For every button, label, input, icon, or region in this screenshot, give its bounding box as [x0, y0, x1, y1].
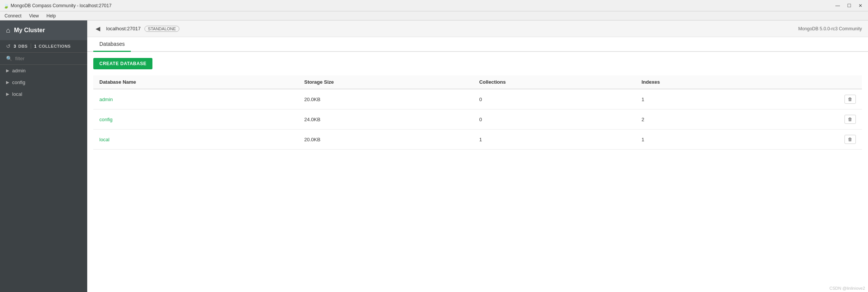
cluster-name: My Cluster: [14, 27, 45, 34]
main-content: ◀ localhost:27017 STANDALONE MongoDB 5.0…: [87, 20, 868, 292]
title-bar: 🍃 MongoDB Compass Community - localhost:…: [0, 0, 868, 11]
db-name-link[interactable]: local: [99, 137, 110, 142]
sidebar-db-name: config: [12, 80, 81, 85]
table-header-row: Database Name Storage Size Collections I…: [93, 75, 862, 89]
sidebar: ⌂ My Cluster ↺ 3 DBS 1 COLLECTIONS 🔍 ▶: [0, 20, 87, 292]
maximize-button[interactable]: ☐: [844, 2, 854, 9]
storage-size-cell: 20.0KB: [298, 130, 473, 150]
db-name-cell: admin: [93, 89, 298, 109]
storage-size-cell: 24.0KB: [298, 109, 473, 130]
collections-label: COLLECTIONS: [39, 44, 71, 48]
delete-db-row-button[interactable]: 🗑: [844, 115, 856, 124]
app-body: ⌂ My Cluster ↺ 3 DBS 1 COLLECTIONS 🔍 ▶: [0, 20, 868, 292]
table-row: admin 20.0KB 0 1 🗑: [93, 89, 862, 109]
tabs-area: Databases: [87, 37, 868, 52]
db-name-cell: config: [93, 109, 298, 130]
top-bar: ◀ localhost:27017 STANDALONE MongoDB 5.0…: [87, 20, 868, 37]
col-db-name: Database Name: [93, 75, 298, 89]
sidebar-item-local[interactable]: ▶ local ⊕ 🗑: [0, 88, 87, 100]
collections-stat: 1 COLLECTIONS: [34, 44, 71, 48]
sidebar-cluster-header: ⌂ My Cluster: [0, 20, 87, 40]
table-row: config 24.0KB 0 2 🗑: [93, 109, 862, 130]
sidebar-item-config[interactable]: ▶ config ⊕ 🗑: [0, 77, 87, 88]
table-row: local 20.0KB 1 1 🗑: [93, 130, 862, 150]
tab-databases[interactable]: Databases: [93, 37, 131, 52]
window-title: MongoDB Compass Community - localhost:27…: [11, 3, 111, 8]
databases-table: Database Name Storage Size Collections I…: [93, 75, 862, 150]
create-database-button[interactable]: CREATE DATABASE: [93, 58, 152, 69]
col-collections: Collections: [473, 75, 636, 89]
chevron-icon: ▶: [6, 92, 9, 97]
collections-count: 1: [34, 44, 37, 48]
actions-cell: 🗑: [763, 130, 862, 150]
chevron-icon: ▶: [6, 68, 9, 73]
actions-cell: 🗑: [763, 89, 862, 109]
database-content: CREATE DATABASE Database Name Storage Si…: [87, 52, 868, 292]
topology-badge: STANDALONE: [144, 26, 179, 32]
app-icon: 🍃: [3, 3, 8, 8]
window-controls: — ☐ ✕: [833, 2, 865, 9]
actions-cell: 🗑: [763, 109, 862, 130]
host-label: localhost:27017: [106, 26, 141, 31]
indexes-cell: 1: [636, 89, 763, 109]
sidebar-stats: ↺ 3 DBS 1 COLLECTIONS: [0, 40, 87, 53]
col-actions: [763, 75, 862, 89]
delete-db-row-button[interactable]: 🗑: [844, 95, 856, 104]
sidebar-db-name: admin: [12, 68, 81, 73]
db-name-link[interactable]: config: [99, 117, 113, 122]
col-indexes: Indexes: [636, 75, 763, 89]
indexes-cell: 2: [636, 109, 763, 130]
menu-help[interactable]: Help: [44, 12, 59, 19]
db-name-cell: local: [93, 130, 298, 150]
version-label: MongoDB 5.0.0-rc3 Community: [798, 26, 862, 31]
search-icon: 🔍: [6, 56, 12, 61]
watermark: CSDN @linliniove2: [829, 286, 865, 290]
sidebar-db-name: local: [12, 91, 81, 97]
minimize-button[interactable]: —: [833, 2, 842, 9]
sidebar-toggle-button[interactable]: ◀: [93, 24, 102, 33]
stats-divider: [31, 44, 31, 49]
top-bar-left: ◀ localhost:27017 STANDALONE: [93, 24, 179, 33]
col-storage-size: Storage Size: [298, 75, 473, 89]
dbs-label: DBS: [18, 44, 28, 48]
collections-cell: 0: [473, 109, 636, 130]
chevron-icon: ▶: [6, 80, 9, 85]
indexes-cell: 1: [636, 130, 763, 150]
sidebar-db-list: ▶ admin ⊕ 🗑 ▶ config ⊕ 🗑 ▶ local ⊕: [0, 65, 87, 292]
sidebar-filter-row: 🔍: [0, 53, 87, 65]
dbs-stat: 3 DBS: [14, 44, 28, 48]
db-name-link[interactable]: admin: [99, 97, 113, 102]
collections-cell: 1: [473, 130, 636, 150]
close-button[interactable]: ✕: [856, 2, 865, 9]
sidebar-item-admin[interactable]: ▶ admin ⊕ 🗑: [0, 65, 87, 77]
storage-size-cell: 20.0KB: [298, 89, 473, 109]
dbs-count: 3: [14, 44, 16, 48]
menu-bar: Connect View Help: [0, 11, 868, 20]
home-icon: ⌂: [6, 27, 10, 34]
menu-view[interactable]: View: [26, 12, 42, 19]
refresh-icon[interactable]: ↺: [6, 43, 11, 49]
filter-input[interactable]: [15, 56, 81, 61]
collections-cell: 0: [473, 89, 636, 109]
menu-connect[interactable]: Connect: [2, 12, 25, 19]
delete-db-row-button[interactable]: 🗑: [844, 135, 856, 144]
